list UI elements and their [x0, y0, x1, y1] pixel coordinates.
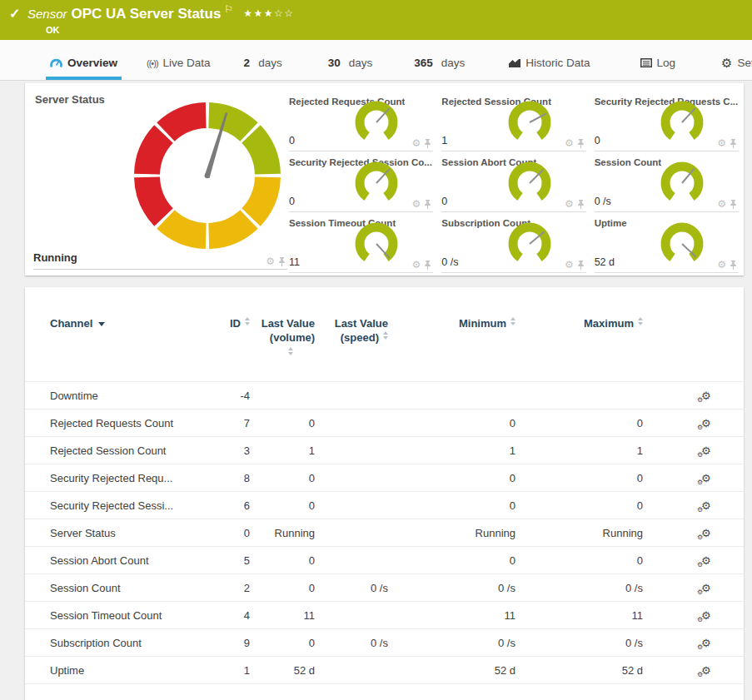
channel-name[interactable]: Session Abort Count [25, 546, 196, 573]
gauge-gear-icon[interactable]: ⚙ [565, 199, 574, 209]
gauge-icon [50, 57, 62, 68]
channel-row-session-timeout-count[interactable]: Session Timeout Count4111111⚙⚙ [25, 601, 744, 628]
channel-row-server-status[interactable]: Server Status0RunningRunningRunning⚙⚙ [25, 519, 744, 546]
channel-row-rejected-session-count[interactable]: Rejected Session Count3111⚙⚙ [25, 436, 744, 464]
priority-stars[interactable]: ★★★☆☆ [243, 7, 294, 19]
pin-icon[interactable] [730, 261, 737, 270]
gauge-gear-icon[interactable]: ⚙ [412, 260, 421, 270]
gauge-gear-icon[interactable]: ⚙ [266, 256, 275, 266]
channel-maximum: 1 [515, 436, 643, 464]
channel-settings-icon[interactable]: ⚙⚙ [701, 444, 711, 457]
channel-row-session-abort-count[interactable]: Session Abort Count5000⚙⚙ [25, 546, 744, 573]
tab-log[interactable]: Log [636, 57, 680, 80]
gauge-tile-security-rejected-session-co[interactable]: Security Rejected Session Co...0⚙ [289, 151, 433, 212]
channel-name[interactable]: Session Timeout Count [25, 601, 196, 628]
tab-label: Overview [67, 57, 117, 69]
tab-live-data[interactable]: ((•))Live Data [142, 57, 215, 80]
gauge-gear-icon[interactable]: ⚙ [412, 138, 421, 148]
channel-name[interactable]: Uptime [25, 656, 196, 683]
gauge-tile-security-rejected-requests-c[interactable]: Security Rejected Requests C...0⚙ [595, 91, 739, 151]
flag-icon[interactable]: ⚐ [224, 3, 233, 15]
gauge-tile-rejected-session-count[interactable]: Rejected Session Count1⚙ [441, 91, 585, 151]
tab-historic-data[interactable]: Historic Data [505, 57, 594, 80]
channel-settings-icon[interactable]: ⚙⚙ [701, 417, 711, 429]
channel-id: 5 [196, 546, 250, 573]
col-header-maximum[interactable]: Maximum [515, 309, 643, 381]
gauge-tile-rejected-requests-count[interactable]: Rejected Requests Count0⚙ [289, 91, 433, 151]
col-header-last-value-speed[interactable]: Last Value (speed) [315, 309, 388, 381]
sort-icon [510, 317, 515, 325]
channel-minimum: Running [388, 519, 515, 546]
channel-settings-icon[interactable]: ⚙⚙ [701, 554, 711, 567]
pin-icon[interactable] [577, 139, 585, 148]
pin-icon[interactable] [730, 139, 737, 148]
gauge-tile-subscription-count[interactable]: Subscription Count0 /s⚙ [441, 212, 585, 273]
channel-row-rejected-requests-count[interactable]: Rejected Requests Count7000⚙⚙ [25, 409, 744, 436]
col-header-channel[interactable]: Channel [25, 309, 196, 381]
channel-settings-icon[interactable]: ⚙⚙ [701, 527, 711, 539]
channel-settings-icon[interactable]: ⚙⚙ [701, 609, 711, 622]
tab-30-days[interactable]: 30days [324, 57, 377, 80]
page-title: OPC UA Server Status [72, 6, 222, 22]
channel-settings-icon[interactable]: ⚙⚙ [701, 637, 711, 649]
channel-last-value-speed: 0 /s [315, 628, 388, 656]
tab-365-days[interactable]: 365days [410, 57, 469, 80]
channel-row-session-count[interactable]: Session Count200 /s0 /s0 /s⚙⚙ [25, 573, 744, 601]
gauge-tile-session-timeout-count[interactable]: Session Timeout Count11⚙ [289, 212, 433, 273]
tab-2-days[interactable]: 2days [240, 57, 286, 80]
main-gauge-tile[interactable]: Server Status Running ⚙ [25, 83, 287, 276]
tab-settings[interactable]: ⚙Settings [717, 57, 752, 80]
channel-name[interactable]: Session Count [25, 573, 196, 601]
channel-row-uptime[interactable]: Uptime152 d52 d52 d⚙⚙ [25, 656, 744, 683]
channel-name[interactable]: Subscription Count [25, 628, 196, 656]
channel-name[interactable]: Security Rejected Requ... [25, 464, 196, 491]
col-header-last-value-volume[interactable]: Last Value (volume) [250, 309, 315, 381]
gauge-gear-icon[interactable]: ⚙ [717, 199, 726, 209]
pin-icon[interactable] [424, 261, 431, 270]
main-content: Server Status Running ⚙ Rejected Request… [0, 81, 752, 700]
gauge-gear-icon[interactable]: ⚙ [565, 138, 574, 148]
channel-row-subscription-count[interactable]: Subscription Count900 /s0 /s0 /s⚙⚙ [25, 628, 744, 656]
channel-name[interactable]: Security Rejected Sessi... [25, 491, 196, 519]
gauge-tile-session-abort-count[interactable]: Session Abort Count0⚙ [441, 151, 585, 212]
gauge-tile-value: 52 d [595, 256, 615, 268]
channel-row-security-rejected-sessi[interactable]: Security Rejected Sessi...6000⚙⚙ [25, 491, 744, 519]
pin-icon[interactable] [577, 200, 585, 209]
channel-name[interactable]: Server Status [25, 519, 196, 546]
main-gauge-label: Server Status [35, 93, 105, 106]
tab-overview[interactable]: Overview [46, 57, 122, 80]
gauge-gear-icon[interactable]: ⚙ [412, 199, 421, 209]
pin-icon[interactable] [577, 261, 585, 270]
gauge-tile-uptime[interactable]: Uptime52 d⚙ [595, 212, 739, 273]
gauge-gear-icon[interactable]: ⚙ [717, 138, 726, 148]
channel-settings-icon[interactable]: ⚙⚙ [701, 499, 711, 512]
channel-name[interactable]: Downtime [25, 381, 196, 409]
pin-icon[interactable] [730, 200, 737, 209]
channel-row-downtime[interactable]: Downtime-4⚙⚙ [25, 381, 744, 409]
channel-last-value-volume: 0 [250, 464, 315, 491]
channel-settings-icon[interactable]: ⚙⚙ [701, 390, 711, 402]
channel-last-value-speed [315, 436, 388, 464]
channel-settings-icon[interactable]: ⚙⚙ [701, 582, 711, 594]
col-header-minimum[interactable]: Minimum [388, 309, 515, 381]
settings-gear-icon: ⚙ [721, 57, 732, 69]
channel-maximum: 11 [515, 601, 643, 628]
channel-settings-icon[interactable]: ⚙⚙ [701, 664, 711, 677]
mini-gauge [506, 98, 553, 145]
channel-name[interactable]: Rejected Requests Count [25, 409, 196, 436]
gauge-gear-icon[interactable]: ⚙ [565, 260, 574, 270]
mini-gauge [659, 98, 705, 145]
tab-label: Historic Data [525, 57, 590, 69]
tab-label: days [349, 57, 373, 69]
channel-last-value-speed [315, 519, 388, 546]
pin-icon[interactable] [424, 200, 431, 209]
col-header-id[interactable]: ID [196, 309, 250, 381]
channel-name[interactable]: Rejected Session Count [25, 436, 196, 464]
gauge-tile-session-count[interactable]: Session Count0 /s⚙ [595, 151, 739, 212]
pin-icon[interactable] [278, 257, 286, 266]
pin-icon[interactable] [424, 139, 431, 148]
channel-actions: ⚙⚙ [643, 519, 744, 546]
channel-row-security-rejected-requ[interactable]: Security Rejected Requ...8000⚙⚙ [25, 464, 744, 491]
channel-settings-icon[interactable]: ⚙⚙ [701, 472, 711, 484]
gauge-gear-icon[interactable]: ⚙ [717, 260, 726, 270]
